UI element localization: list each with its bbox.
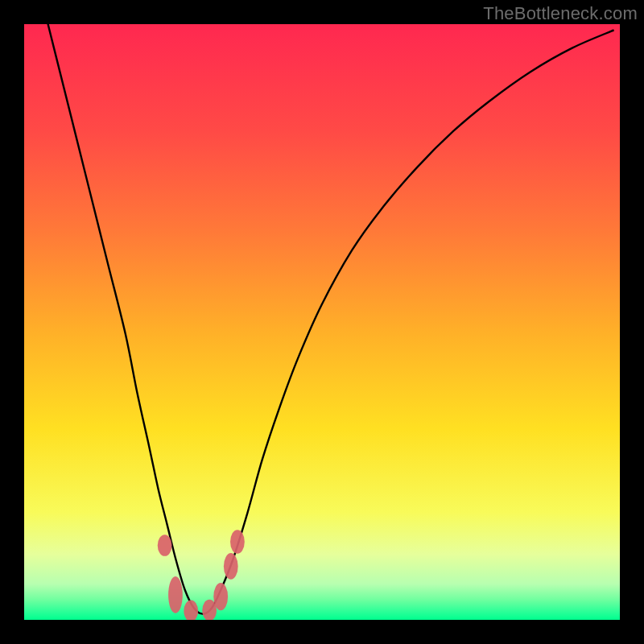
chart-stage: TheBottleneck.com <box>0 0 644 644</box>
plot-area <box>24 24 620 620</box>
curve-marker <box>168 576 183 613</box>
markers-layer <box>24 24 620 620</box>
curve-marker <box>230 530 245 554</box>
curve-marker <box>224 553 238 580</box>
curve-marker <box>213 583 228 610</box>
curve-marker <box>184 601 198 620</box>
watermark-label: TheBottleneck.com <box>483 3 638 24</box>
curve-marker <box>158 535 172 556</box>
